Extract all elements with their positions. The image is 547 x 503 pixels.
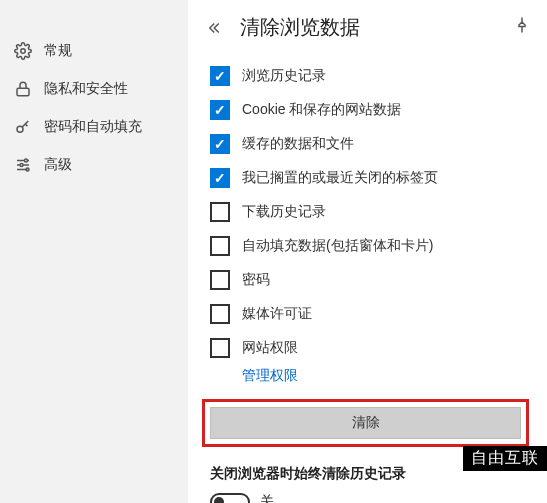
gear-icon bbox=[14, 42, 32, 60]
always-clear-toggle[interactable] bbox=[210, 493, 250, 503]
sidebar-item-privacy[interactable]: 隐私和安全性 bbox=[0, 70, 188, 108]
clear-button[interactable]: 清除 bbox=[210, 407, 521, 439]
pin-button[interactable] bbox=[513, 16, 533, 36]
checkbox[interactable] bbox=[210, 270, 230, 290]
panel-header: 清除浏览数据 bbox=[188, 0, 547, 59]
option-passwords[interactable]: 密码 bbox=[210, 263, 525, 297]
svg-point-0 bbox=[21, 49, 26, 54]
sidebar-item-label: 隐私和安全性 bbox=[44, 80, 128, 98]
toggle-state-label: 关 bbox=[260, 493, 274, 503]
option-label: 密码 bbox=[242, 271, 270, 289]
sidebar-item-label: 常规 bbox=[44, 42, 72, 60]
panel-title: 清除浏览数据 bbox=[240, 14, 360, 41]
checkbox[interactable] bbox=[210, 202, 230, 222]
option-label: 自动填充数据(包括窗体和卡片) bbox=[242, 237, 433, 255]
option-cached[interactable]: 缓存的数据和文件 bbox=[210, 127, 525, 161]
clear-options-list: 浏览历史记录 Cookie 和保存的网站数据 缓存的数据和文件 我已搁置的或最近… bbox=[188, 59, 547, 393]
option-cookies[interactable]: Cookie 和保存的网站数据 bbox=[210, 93, 525, 127]
option-tabs-set-aside[interactable]: 我已搁置的或最近关闭的标签页 bbox=[210, 161, 525, 195]
sidebar-item-label: 高级 bbox=[44, 156, 72, 174]
watermark: 自由互联 bbox=[463, 446, 547, 471]
settings-sidebar: 常规 隐私和安全性 密码和自动填充 高级 bbox=[0, 0, 188, 503]
sidebar-item-label: 密码和自动填充 bbox=[44, 118, 142, 136]
always-clear-toggle-row: 关 bbox=[188, 489, 547, 503]
manage-permissions-link[interactable]: 管理权限 bbox=[210, 367, 298, 385]
sliders-icon bbox=[14, 156, 32, 174]
option-label: Cookie 和保存的网站数据 bbox=[242, 101, 401, 119]
option-label: 媒体许可证 bbox=[242, 305, 312, 323]
option-media-licenses[interactable]: 媒体许可证 bbox=[210, 297, 525, 331]
sidebar-item-advanced[interactable]: 高级 bbox=[0, 146, 188, 184]
lock-icon bbox=[14, 80, 32, 98]
option-autofill[interactable]: 自动填充数据(包括窗体和卡片) bbox=[210, 229, 525, 263]
checkbox[interactable] bbox=[210, 304, 230, 324]
option-download-history[interactable]: 下载历史记录 bbox=[210, 195, 525, 229]
sidebar-item-general[interactable]: 常规 bbox=[0, 32, 188, 70]
option-label: 我已搁置的或最近关闭的标签页 bbox=[242, 169, 438, 187]
svg-rect-1 bbox=[17, 88, 29, 96]
checkbox[interactable] bbox=[210, 100, 230, 120]
option-label: 网站权限 bbox=[242, 339, 298, 357]
option-site-permissions[interactable]: 网站权限 bbox=[210, 331, 525, 365]
option-browsing-history[interactable]: 浏览历史记录 bbox=[210, 59, 525, 93]
key-icon bbox=[14, 118, 32, 136]
back-button[interactable] bbox=[206, 16, 230, 40]
checkbox[interactable] bbox=[210, 134, 230, 154]
option-label: 下载历史记录 bbox=[242, 203, 326, 221]
checkbox[interactable] bbox=[210, 236, 230, 256]
option-label: 浏览历史记录 bbox=[242, 67, 326, 85]
sidebar-item-passwords[interactable]: 密码和自动填充 bbox=[0, 108, 188, 146]
checkbox[interactable] bbox=[210, 66, 230, 86]
main-panel: 清除浏览数据 浏览历史记录 Cookie 和保存的网站数据 缓存的数据和文件 我… bbox=[188, 0, 547, 503]
svg-point-2 bbox=[17, 126, 23, 132]
svg-point-3 bbox=[25, 159, 28, 162]
option-label: 缓存的数据和文件 bbox=[242, 135, 354, 153]
checkbox[interactable] bbox=[210, 168, 230, 188]
svg-point-4 bbox=[20, 164, 23, 167]
clear-button-highlight: 清除 bbox=[202, 399, 529, 447]
checkbox[interactable] bbox=[210, 338, 230, 358]
